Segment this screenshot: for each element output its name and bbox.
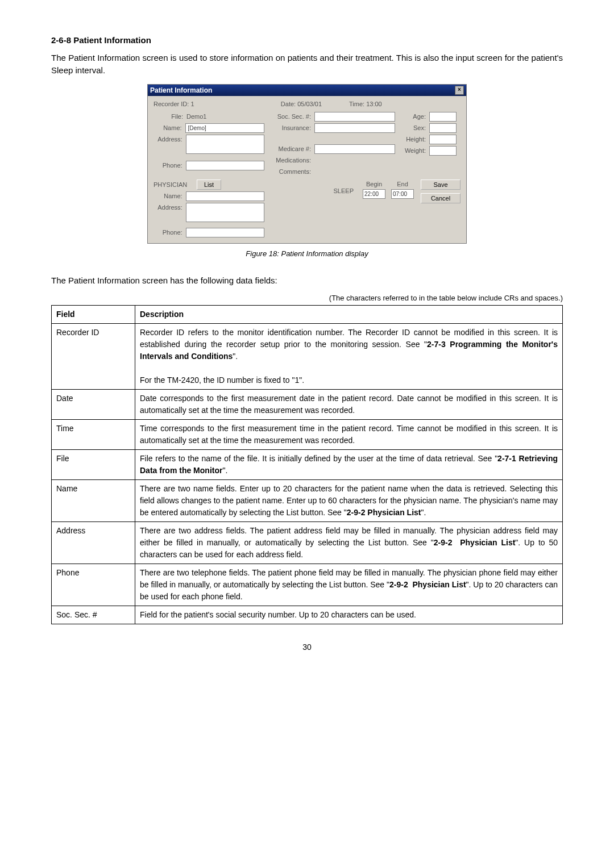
field-cell: Phone	[52, 564, 135, 606]
date-label: Date: 05/03/01	[281, 99, 322, 109]
field-cell: Soc. Sec. #	[52, 606, 135, 624]
sleep-end-label: End	[397, 180, 408, 189]
sleep-begin-label: Begin	[366, 180, 382, 189]
close-icon[interactable]: ×	[455, 86, 464, 95]
save-button[interactable]: Save	[421, 180, 460, 190]
table-note: (The characters referred to in the table…	[51, 293, 563, 304]
table-row: TimeTime corresponds to the first measur…	[52, 419, 563, 449]
sex-label: Sex:	[401, 123, 429, 133]
description-cell: There are two address fields. The patien…	[135, 521, 563, 564]
field-cell: Date	[52, 389, 135, 419]
sex-field[interactable]	[429, 123, 457, 133]
time-label: Time: 13:00	[349, 99, 382, 109]
field-cell: Name	[52, 479, 135, 521]
table-row: PhoneThere are two telephone fields. The…	[52, 564, 563, 606]
cancel-button[interactable]: Cancel	[421, 193, 460, 203]
table-row: AddressThere are two address fields. The…	[52, 521, 563, 564]
phys-address-label: Address:	[154, 203, 186, 212]
table-row: FileFile refers to the name of the file.…	[52, 449, 563, 479]
name-field[interactable]: [Demo]	[185, 123, 264, 133]
medicare-field[interactable]	[314, 144, 395, 154]
phys-phone-field[interactable]	[186, 228, 264, 237]
field-cell: Time	[52, 419, 135, 449]
list-button[interactable]: List	[197, 180, 221, 190]
height-field[interactable]	[429, 135, 457, 144]
description-cell: Time corresponds to the first measuremen…	[135, 419, 563, 449]
dialog-titlebar: Patient Information ×	[148, 85, 466, 96]
medicare-label: Medicare #:	[270, 144, 314, 154]
age-field[interactable]	[429, 112, 457, 122]
section-heading: 2-6-8 Patient Information	[51, 34, 563, 47]
fields-intro: The Patient Information screen has the f…	[51, 274, 563, 287]
soc-sec-field[interactable]	[314, 112, 395, 122]
file-value: Demo1	[186, 112, 206, 122]
address-field[interactable]	[186, 135, 264, 154]
medications-label: Medications:	[270, 156, 314, 165]
table-row: DateDate corresponds to the first measur…	[52, 389, 563, 419]
weight-label: Weight:	[401, 146, 429, 156]
field-cell: Address	[52, 521, 135, 564]
phys-name-field[interactable]	[186, 191, 264, 201]
dialog-title: Patient Information	[150, 85, 212, 95]
insurance-field[interactable]	[314, 123, 395, 133]
phys-address-field[interactable]	[186, 203, 264, 222]
comments-label: Comments:	[270, 167, 314, 177]
sleep-end-field[interactable]: 07:00	[391, 189, 414, 199]
phys-name-label: Name:	[154, 191, 186, 201]
phone-field[interactable]	[186, 161, 264, 170]
table-row: NameThere are two name fields. Enter up …	[52, 479, 563, 521]
file-label: File:	[154, 112, 186, 122]
description-cell: Field for the patient's social security …	[135, 606, 563, 624]
phys-phone-label: Phone:	[154, 228, 186, 237]
table-row: Soc. Sec. #Field for the patient's socia…	[52, 606, 563, 624]
field-cell: Recorder ID	[52, 323, 135, 389]
patient-info-dialog: Patient Information × Recorder ID: 1 Dat…	[147, 84, 467, 244]
sleep-begin-field[interactable]: 22:00	[363, 189, 385, 199]
sleep-label: SLEEP	[334, 180, 357, 196]
soc-sec-label: Soc. Sec. #:	[270, 112, 314, 122]
description-cell: Recorder ID refers to the monitor identi…	[135, 323, 563, 389]
physician-label: PHYSICIAN	[154, 180, 197, 190]
description-cell: Date corresponds to the first measuremen…	[135, 389, 563, 419]
field-cell: File	[52, 449, 135, 479]
age-label: Age:	[401, 112, 429, 122]
page-number: 30	[51, 641, 563, 653]
description-cell: File refers to the name of the file. It …	[135, 449, 563, 479]
description-cell: There are two name fields. Enter up to 2…	[135, 479, 563, 521]
figure-caption: Figure 18: Patient Information display	[51, 248, 563, 260]
section-intro: The Patient Information screen is used t…	[51, 52, 563, 77]
weight-field[interactable]	[429, 146, 457, 156]
th-field: Field	[52, 305, 135, 323]
phone-label: Phone:	[154, 161, 186, 170]
th-description: Description	[135, 305, 563, 323]
table-row: Recorder IDRecorder ID refers to the mon…	[52, 323, 563, 389]
height-label: Height:	[401, 135, 429, 144]
recorder-id-label: Recorder ID: 1	[154, 99, 194, 109]
description-cell: There are two telephone fields. The pati…	[135, 564, 563, 606]
insurance-label: Insurance:	[270, 123, 314, 133]
name-label: Name:	[154, 123, 185, 133]
fields-table: Field Description Recorder IDRecorder ID…	[51, 305, 563, 624]
address-label: Address:	[154, 135, 186, 144]
